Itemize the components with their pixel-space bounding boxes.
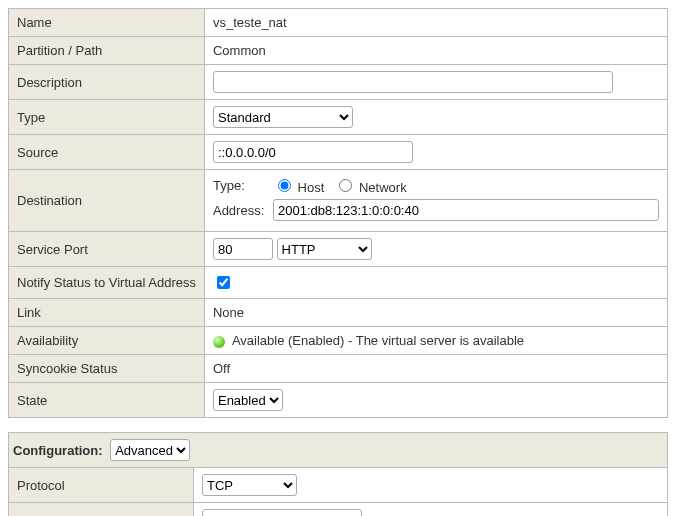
configuration-level-select[interactable]: Advanced xyxy=(110,439,190,461)
protocol-profile-client-select[interactable]: tcp xyxy=(202,509,362,516)
general-properties-table: Name vs_teste_nat Partition / Path Commo… xyxy=(8,8,668,418)
dest-type-host-radio[interactable] xyxy=(278,179,291,192)
dest-type-network-text: Network xyxy=(359,180,407,195)
syncookie-label: Syncookie Status xyxy=(9,355,205,383)
description-label: Description xyxy=(9,65,205,100)
dest-address-sublabel: Address: xyxy=(213,203,273,218)
name-label: Name xyxy=(9,9,205,37)
notify-label: Notify Status to Virtual Address xyxy=(9,267,205,299)
availability-value: Available (Enabled) - The virtual server… xyxy=(232,333,524,348)
source-label: Source xyxy=(9,135,205,170)
notify-checkbox[interactable] xyxy=(217,276,230,289)
service-port-label: Service Port xyxy=(9,232,205,267)
configuration-table: Protocol TCP Protocol Profile (Client) t… xyxy=(8,467,668,516)
destination-label: Destination xyxy=(9,170,205,232)
protocol-profile-client-label: Protocol Profile (Client) xyxy=(9,503,194,517)
state-label: State xyxy=(9,383,205,418)
type-select[interactable]: Standard xyxy=(213,106,353,128)
partition-value: Common xyxy=(204,37,667,65)
configuration-section-bar: Configuration: Advanced xyxy=(8,432,668,467)
protocol-label: Protocol xyxy=(9,468,194,503)
syncookie-value: Off xyxy=(204,355,667,383)
dest-type-host-text: Host xyxy=(298,180,325,195)
state-select[interactable]: Enabled xyxy=(213,389,283,411)
configuration-heading: Configuration: xyxy=(13,443,103,458)
link-label: Link xyxy=(9,299,205,327)
link-value: None xyxy=(204,299,667,327)
service-port-proto-select[interactable]: HTTP xyxy=(277,238,372,260)
name-value: vs_teste_nat xyxy=(204,9,667,37)
dest-type-network-radio[interactable] xyxy=(339,179,352,192)
type-label: Type xyxy=(9,100,205,135)
dest-type-host-radio-label[interactable]: Host xyxy=(273,176,324,195)
dest-address-input[interactable] xyxy=(273,199,659,221)
dest-type-network-radio-label[interactable]: Network xyxy=(334,176,406,195)
description-input[interactable] xyxy=(213,71,613,93)
dest-type-sublabel: Type: xyxy=(213,178,273,193)
source-input[interactable] xyxy=(213,141,413,163)
status-available-icon xyxy=(213,336,225,348)
protocol-select[interactable]: TCP xyxy=(202,474,297,496)
availability-label: Availability xyxy=(9,327,205,355)
service-port-input[interactable] xyxy=(213,238,273,260)
partition-label: Partition / Path xyxy=(9,37,205,65)
